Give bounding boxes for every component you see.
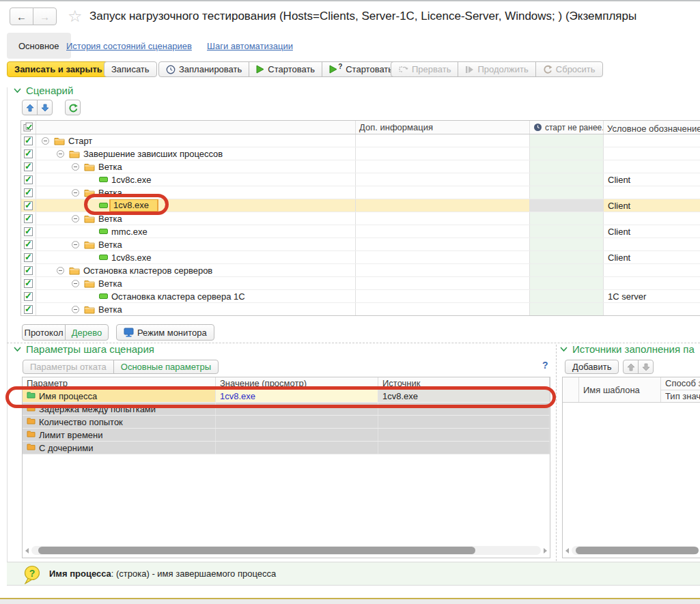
- scroll-thumb[interactable]: [576, 547, 699, 554]
- checkbox-cell: ✓: [21, 186, 36, 199]
- expander-icon[interactable]: [72, 163, 79, 171]
- tree-cell: 1cv8.exe: [36, 199, 356, 212]
- row-checkbox[interactable]: ✓: [24, 162, 33, 171]
- expander-icon[interactable]: [72, 241, 79, 248]
- rollback-params-button[interactable]: Параметры отката: [23, 360, 114, 374]
- panel-splitter[interactable]: [556, 345, 557, 585]
- unit-cell: Client: [604, 199, 700, 212]
- move-down-button[interactable]: [37, 100, 53, 115]
- param-source-cell: [378, 403, 550, 415]
- tree-row[interactable]: ✓1cv8s.exeClient: [21, 251, 700, 264]
- schedule-button[interactable]: Запланировать: [158, 61, 249, 77]
- row-checkbox[interactable]: ✓: [24, 279, 33, 288]
- move-up-button[interactable]: [22, 100, 38, 115]
- link-automation-steps[interactable]: Шаги автоматизации: [207, 41, 293, 51]
- param-value-cell[interactable]: [216, 403, 378, 415]
- interrupt-icon: [398, 65, 408, 74]
- param-flag-icon: [27, 417, 36, 425]
- monitor-mode-button[interactable]: Режим монитора: [116, 324, 214, 341]
- tree-row[interactable]: ✓Старт: [21, 134, 700, 147]
- scroll-left-arrow[interactable]: [25, 548, 29, 553]
- section-fill-sources-header[interactable]: Источники заполнения па: [560, 343, 700, 355]
- scroll-right-arrow[interactable]: [544, 548, 547, 553]
- section-fill-sources-title: Источники заполнения па: [572, 343, 695, 355]
- main-params-button[interactable]: Основные параметры: [113, 360, 219, 374]
- forward-button[interactable]: →: [33, 8, 57, 25]
- param-value-cell[interactable]: 1cv8.exe: [216, 390, 378, 402]
- param-row[interactable]: Количество попыток: [23, 416, 550, 429]
- row-checkbox[interactable]: ✓: [24, 201, 33, 210]
- tab-main[interactable]: Основное: [7, 33, 71, 59]
- tree-row[interactable]: ✓Завершение зависших процессов: [21, 147, 700, 160]
- start-not-before-cell: [530, 212, 604, 225]
- sources-move-up-button[interactable]: [623, 360, 639, 374]
- view-tab-tree[interactable]: Дерево: [65, 324, 109, 341]
- sources-move-down-button[interactable]: [638, 360, 654, 374]
- section-step-params-header[interactable]: Параметры шага сценария: [14, 343, 154, 355]
- param-row[interactable]: Лимит времени: [23, 429, 550, 442]
- back-button[interactable]: ←: [10, 8, 33, 25]
- expander-icon[interactable]: [57, 150, 64, 158]
- tree-row[interactable]: ✓Ветка: [21, 186, 700, 199]
- tree-row[interactable]: ✓Ветка: [21, 160, 700, 173]
- sources-horizontal-scrollbar[interactable]: [565, 545, 700, 556]
- param-value-cell[interactable]: [216, 416, 378, 428]
- add-button[interactable]: Добавить: [565, 360, 619, 374]
- tree-row[interactable]: ✓Остановка кластеров серверов: [21, 264, 700, 277]
- resume-button[interactable]: Продолжить: [458, 61, 535, 77]
- tree-row[interactable]: ✓Ветка: [21, 212, 700, 225]
- monitor-mode-label: Режим монитора: [137, 328, 207, 338]
- row-checkbox[interactable]: ✓: [24, 240, 33, 249]
- tree-row[interactable]: ✓Ветка: [21, 277, 700, 290]
- param-value-cell[interactable]: [216, 429, 378, 441]
- param-row[interactable]: Имя процесса1cv8.exe1cv8.exe: [23, 390, 550, 403]
- extra-info-cell: [356, 173, 530, 186]
- help-link[interactable]: ?: [542, 360, 548, 371]
- expander-icon[interactable]: [72, 189, 79, 197]
- param-value-cell[interactable]: [216, 442, 378, 454]
- row-checkbox[interactable]: ✓: [24, 149, 33, 158]
- row-checkbox[interactable]: ✓: [24, 227, 33, 236]
- expander-icon[interactable]: [57, 267, 64, 274]
- refresh-button[interactable]: [65, 100, 81, 115]
- param-row[interactable]: Задержка между попытками: [23, 403, 550, 416]
- row-checkbox[interactable]: ✓: [24, 253, 33, 262]
- scroll-thumb[interactable]: [38, 547, 475, 554]
- tree-row[interactable]: ✓1cv8c.exeClient: [21, 173, 700, 186]
- param-row[interactable]: С дочерними: [23, 442, 550, 455]
- section-scenario-header[interactable]: Сценарий: [14, 85, 73, 96]
- scroll-track[interactable]: [31, 546, 541, 555]
- tree-row[interactable]: ✓1cv8.exeClient: [21, 199, 700, 212]
- tree-row[interactable]: ✓Ветка: [21, 303, 700, 316]
- check-icon: ✓: [25, 304, 32, 314]
- extra-info-cell: [356, 160, 530, 173]
- expander-icon[interactable]: [72, 306, 79, 313]
- tree-row[interactable]: ✓Остановка кластера сервера 1С1C server: [21, 290, 700, 303]
- row-checkbox[interactable]: ✓: [24, 188, 33, 197]
- section-step-params-title: Параметры шага сценария: [26, 343, 154, 355]
- expander-icon[interactable]: [42, 137, 49, 145]
- row-checkbox[interactable]: ✓: [24, 292, 33, 301]
- select-all-header-cell[interactable]: [21, 121, 36, 134]
- expander-icon[interactable]: [72, 280, 79, 287]
- tree-row[interactable]: ✓mmc.exeClient: [21, 225, 700, 238]
- params-horizontal-scrollbar[interactable]: [25, 545, 547, 556]
- tree-row[interactable]: ✓Ветка: [21, 238, 700, 251]
- interrupt-button[interactable]: Прервать: [391, 61, 458, 77]
- scroll-track[interactable]: [572, 546, 697, 555]
- save-button[interactable]: Записать: [104, 61, 157, 77]
- view-tab-protocol[interactable]: Протокол: [22, 324, 66, 341]
- start-button[interactable]: Стартовать: [249, 61, 322, 77]
- save-and-close-button[interactable]: Записать и закрыть: [7, 61, 110, 77]
- row-checkbox[interactable]: ✓: [24, 266, 33, 275]
- row-checkbox[interactable]: ✓: [24, 305, 33, 314]
- reset-button[interactable]: Сбросить: [535, 61, 603, 77]
- row-checkbox[interactable]: ✓: [24, 175, 33, 184]
- scroll-left-arrow[interactable]: [565, 548, 569, 553]
- favorite-star-icon[interactable]: ☆: [68, 7, 83, 26]
- expander-icon[interactable]: [72, 215, 79, 222]
- link-scenario-state-history[interactable]: История состояний сценариев: [66, 41, 192, 51]
- row-checkbox[interactable]: ✓: [24, 136, 33, 145]
- row-checkbox[interactable]: ✓: [24, 214, 33, 223]
- extra-info-cell: [356, 199, 530, 212]
